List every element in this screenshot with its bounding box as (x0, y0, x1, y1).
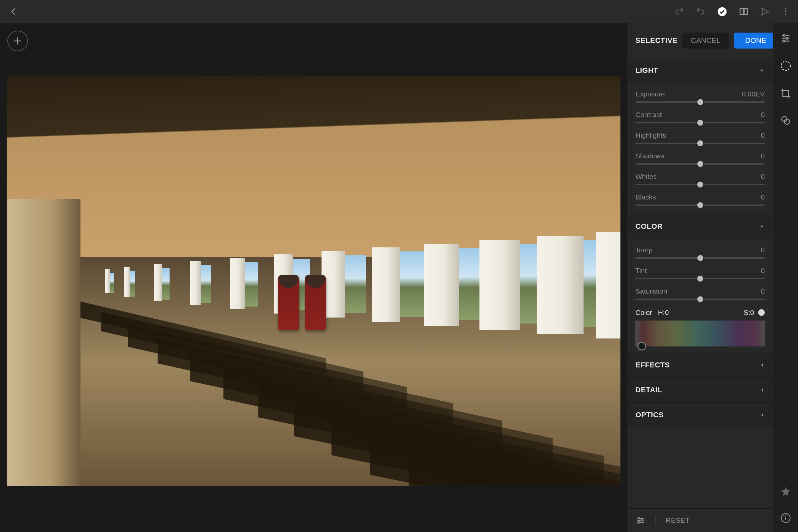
share-icon[interactable] (760, 7, 770, 17)
slider-track[interactable] (635, 163, 765, 165)
add-mask-button[interactable] (7, 31, 28, 51)
svg-rect-1 (740, 8, 743, 15)
svg-point-19 (786, 37, 788, 39)
reset-button[interactable]: RESET (666, 516, 690, 524)
slider-thumb[interactable] (697, 98, 704, 106)
slider-track[interactable] (635, 299, 765, 300)
edit-panel: SELECTIVE CANCEL DONE LIGHT Exposure 0.0… (627, 23, 773, 532)
selective-tool-icon[interactable] (780, 60, 792, 72)
slider-thumb[interactable] (697, 140, 704, 147)
section-title: COLOR (635, 222, 663, 231)
chevron-left-icon (759, 412, 765, 418)
slider-thumb[interactable] (697, 254, 704, 262)
svg-point-12 (639, 517, 640, 519)
presets-tool-icon[interactable] (780, 115, 791, 126)
slider-track[interactable] (635, 278, 765, 279)
mode-row: SELECTIVE CANCEL DONE (627, 23, 773, 58)
adjust-tool-icon[interactable] (780, 33, 791, 44)
slider-whites: Whites 0 (635, 167, 765, 187)
slider-thumb[interactable] (697, 296, 704, 303)
svg-point-21 (781, 61, 790, 71)
saturation-value: S:0 (743, 308, 754, 317)
svg-point-5 (785, 11, 786, 12)
slider-label: Contrast (635, 111, 662, 119)
svg-point-13 (641, 520, 642, 521)
slider-tint: Tint 0 (635, 261, 765, 281)
slider-value: 0.00EV (742, 90, 765, 98)
svg-point-18 (783, 35, 785, 37)
saturation-swatch-icon (758, 309, 765, 316)
slider-label: Exposure (635, 90, 665, 98)
cloud-sync-icon[interactable] (717, 6, 727, 17)
photo-subject (278, 275, 299, 330)
slider-thumb[interactable] (697, 119, 704, 126)
svg-rect-2 (744, 8, 747, 15)
redo-icon[interactable] (674, 7, 684, 17)
section-title: EFFECTS (635, 361, 670, 369)
section-header-detail[interactable]: DETAIL (627, 378, 773, 402)
slider-contrast: Contrast 0 (635, 105, 765, 125)
crop-tool-icon[interactable] (780, 88, 791, 99)
slider-label: Whites (635, 173, 657, 180)
slider-track[interactable] (635, 101, 765, 103)
slider-value: 0 (761, 152, 765, 160)
section-header-color[interactable]: COLOR (627, 214, 773, 239)
section-title: OPTICS (635, 411, 664, 419)
section-header-light[interactable]: LIGHT (627, 58, 773, 83)
photo-subject (305, 275, 326, 330)
section-header-optics[interactable]: OPTICS (627, 403, 773, 427)
slider-label: Saturation (635, 287, 667, 295)
cancel-button[interactable]: CANCEL (682, 33, 729, 49)
section-title: LIGHT (635, 66, 658, 75)
svg-point-14 (638, 522, 640, 524)
back-button[interactable] (8, 6, 19, 17)
slider-thumb[interactable] (697, 160, 704, 168)
panel-scroll[interactable]: LIGHT Exposure 0.00EV Contrast 0 Highlig… (627, 58, 773, 508)
photo-preview[interactable] (7, 76, 621, 486)
section-optics: OPTICS (627, 402, 773, 427)
slider-shadows: Shadows 0 (635, 146, 765, 167)
hue-value: H:0 (658, 308, 669, 316)
slider-highlights: Highlights 0 (635, 125, 765, 146)
color-spectrum[interactable] (635, 321, 765, 346)
slider-thumb[interactable] (697, 181, 704, 188)
slider-saturation: Saturation 0 (635, 281, 765, 302)
section-header-effects[interactable]: EFFECTS (627, 353, 773, 377)
compare-icon[interactable] (739, 7, 749, 17)
slider-temp: Temp 0 (635, 240, 765, 261)
svg-point-6 (785, 13, 786, 15)
svg-point-4 (785, 8, 786, 10)
slider-value: 0 (761, 131, 765, 139)
slider-track[interactable] (635, 184, 765, 185)
previous-settings-icon[interactable] (635, 515, 645, 525)
info-icon[interactable] (780, 513, 791, 524)
done-button[interactable]: DONE (734, 33, 773, 49)
undo-icon[interactable] (696, 7, 706, 17)
panel-bottom-bar: RESET (627, 508, 773, 532)
color-hs-readout: Color H:0 S:0 (635, 302, 765, 321)
slider-exposure: Exposure 0.00EV (635, 84, 765, 105)
slider-thumb[interactable] (697, 275, 704, 282)
section-effects: EFFECTS (627, 353, 773, 377)
slider-value: 0 (761, 193, 765, 201)
canvas[interactable] (0, 23, 627, 532)
color-hs-prefix: Color (635, 308, 652, 316)
slider-thumb[interactable] (697, 202, 704, 209)
slider-track[interactable] (635, 122, 765, 124)
slider-track[interactable] (635, 142, 765, 144)
mode-label: SELECTIVE (635, 36, 678, 45)
section-color: COLOR Temp 0 Tint 0 Saturation 0 (627, 214, 773, 353)
chevron-left-icon (759, 362, 765, 368)
slider-blacks: Blacks 0 (635, 187, 765, 208)
app-root: SELECTIVE CANCEL DONE LIGHT Exposure 0.0… (0, 0, 798, 532)
color-spectrum-thumb[interactable] (638, 342, 646, 350)
slider-track[interactable] (635, 258, 765, 259)
slider-track[interactable] (635, 205, 765, 206)
star-icon[interactable] (780, 486, 791, 497)
section-title: DETAIL (635, 386, 662, 394)
top-bar (0, 0, 798, 23)
more-icon[interactable] (781, 7, 790, 16)
chevron-left-icon (759, 387, 765, 393)
slider-value: 0 (761, 287, 765, 295)
slider-label: Blacks (635, 193, 656, 201)
